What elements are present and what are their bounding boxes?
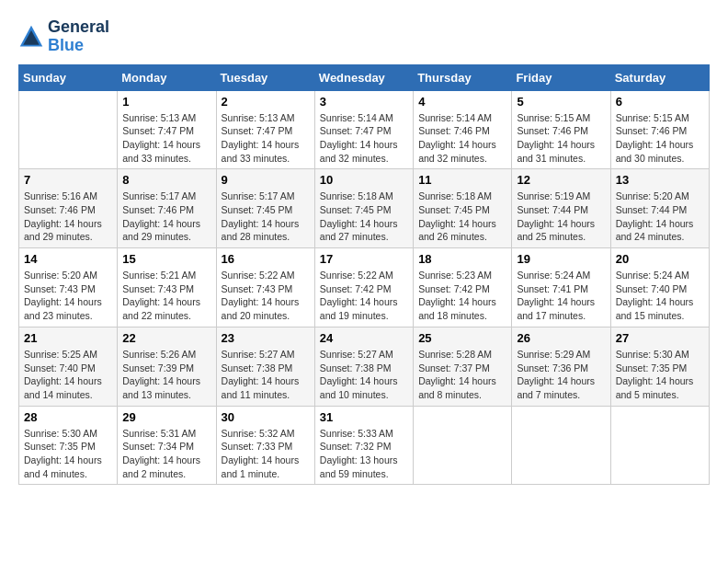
day-info: Sunrise: 5:33 AMSunset: 7:32 PMDaylight:… (320, 427, 408, 481)
calendar-cell: 16Sunrise: 5:22 AMSunset: 7:43 PMDayligh… (216, 248, 314, 327)
day-info: Sunrise: 5:19 AMSunset: 7:44 PMDaylight:… (517, 190, 605, 244)
day-info: Sunrise: 5:14 AMSunset: 7:47 PMDaylight:… (320, 111, 408, 166)
header-saturday: Saturday (610, 64, 709, 90)
day-number: 3 (320, 95, 408, 109)
day-info: Sunrise: 5:30 AMSunset: 7:35 PMDaylight:… (616, 348, 704, 402)
week-row-1: 1Sunrise: 5:13 AMSunset: 7:47 PMDaylight… (19, 90, 710, 169)
day-info: Sunrise: 5:28 AMSunset: 7:37 PMDaylight:… (418, 348, 506, 402)
day-number: 8 (122, 173, 210, 187)
day-info: Sunrise: 5:14 AMSunset: 7:46 PMDaylight:… (418, 111, 506, 166)
day-info: Sunrise: 5:27 AMSunset: 7:38 PMDaylight:… (320, 348, 408, 402)
calendar-cell: 2Sunrise: 5:13 AMSunset: 7:47 PMDaylight… (216, 90, 314, 169)
day-info: Sunrise: 5:15 AMSunset: 7:46 PMDaylight:… (517, 111, 605, 166)
day-info: Sunrise: 5:30 AMSunset: 7:35 PMDaylight:… (24, 427, 112, 481)
day-number: 6 (616, 95, 704, 109)
calendar-cell: 10Sunrise: 5:18 AMSunset: 7:45 PMDayligh… (314, 169, 413, 248)
calendar-cell: 31Sunrise: 5:33 AMSunset: 7:32 PMDayligh… (314, 406, 413, 485)
calendar-cell: 4Sunrise: 5:14 AMSunset: 7:46 PMDaylight… (414, 90, 512, 169)
calendar-cell: 5Sunrise: 5:15 AMSunset: 7:46 PMDaylight… (512, 90, 610, 169)
week-row-5: 28Sunrise: 5:30 AMSunset: 7:35 PMDayligh… (19, 406, 710, 485)
calendar-cell: 19Sunrise: 5:24 AMSunset: 7:41 PMDayligh… (512, 248, 610, 327)
header-row: SundayMondayTuesdayWednesdayThursdayFrid… (19, 64, 710, 90)
calendar-cell: 28Sunrise: 5:30 AMSunset: 7:35 PMDayligh… (19, 406, 118, 485)
day-info: Sunrise: 5:24 AMSunset: 7:41 PMDaylight:… (517, 269, 605, 323)
day-info: Sunrise: 5:20 AMSunset: 7:43 PMDaylight:… (24, 269, 112, 323)
header-friday: Friday (512, 64, 610, 90)
day-info: Sunrise: 5:13 AMSunset: 7:47 PMDaylight:… (222, 111, 310, 166)
calendar-cell: 25Sunrise: 5:28 AMSunset: 7:37 PMDayligh… (414, 327, 512, 406)
header-thursday: Thursday (414, 64, 512, 90)
day-info: Sunrise: 5:22 AMSunset: 7:43 PMDaylight:… (222, 269, 310, 323)
day-number: 1 (122, 95, 210, 109)
day-info: Sunrise: 5:20 AMSunset: 7:44 PMDaylight:… (616, 190, 704, 244)
day-number: 13 (616, 173, 704, 187)
header-tuesday: Tuesday (216, 64, 314, 90)
calendar-cell: 1Sunrise: 5:13 AMSunset: 7:47 PMDaylight… (118, 90, 216, 169)
calendar-table: SundayMondayTuesdayWednesdayThursdayFrid… (18, 64, 710, 486)
calendar-cell (19, 90, 118, 169)
day-info: Sunrise: 5:26 AMSunset: 7:39 PMDaylight:… (122, 348, 210, 402)
logo: General Blue (18, 18, 109, 55)
calendar-cell (610, 406, 709, 485)
day-info: Sunrise: 5:29 AMSunset: 7:36 PMDaylight:… (517, 348, 605, 402)
day-number: 10 (320, 173, 408, 187)
day-number: 31 (320, 410, 408, 424)
day-number: 30 (222, 410, 310, 424)
day-number: 17 (320, 252, 408, 266)
week-row-4: 21Sunrise: 5:25 AMSunset: 7:40 PMDayligh… (19, 327, 710, 406)
day-number: 16 (222, 252, 310, 266)
day-number: 14 (24, 252, 112, 266)
day-info: Sunrise: 5:23 AMSunset: 7:42 PMDaylight:… (418, 269, 506, 323)
calendar-cell: 23Sunrise: 5:27 AMSunset: 7:38 PMDayligh… (216, 327, 314, 406)
day-info: Sunrise: 5:21 AMSunset: 7:43 PMDaylight:… (122, 269, 210, 323)
day-info: Sunrise: 5:25 AMSunset: 7:40 PMDaylight:… (24, 348, 112, 402)
calendar-cell: 22Sunrise: 5:26 AMSunset: 7:39 PMDayligh… (118, 327, 216, 406)
day-number: 20 (616, 252, 704, 266)
calendar-cell: 27Sunrise: 5:30 AMSunset: 7:35 PMDayligh… (610, 327, 709, 406)
day-number: 23 (222, 331, 310, 345)
week-row-2: 7Sunrise: 5:16 AMSunset: 7:46 PMDaylight… (19, 169, 710, 248)
calendar-cell: 3Sunrise: 5:14 AMSunset: 7:47 PMDaylight… (314, 90, 413, 169)
calendar-cell: 24Sunrise: 5:27 AMSunset: 7:38 PMDayligh… (314, 327, 413, 406)
day-number: 22 (122, 331, 210, 345)
header-sunday: Sunday (19, 64, 118, 90)
day-info: Sunrise: 5:24 AMSunset: 7:40 PMDaylight:… (616, 269, 704, 323)
day-number: 7 (24, 173, 112, 187)
day-number: 24 (320, 331, 408, 345)
calendar-header: SundayMondayTuesdayWednesdayThursdayFrid… (19, 64, 710, 90)
calendar-cell: 17Sunrise: 5:22 AMSunset: 7:42 PMDayligh… (314, 248, 413, 327)
day-number: 4 (418, 95, 506, 109)
calendar-cell: 18Sunrise: 5:23 AMSunset: 7:42 PMDayligh… (414, 248, 512, 327)
day-number: 9 (222, 173, 310, 187)
calendar-cell: 21Sunrise: 5:25 AMSunset: 7:40 PMDayligh… (19, 327, 118, 406)
calendar-cell: 9Sunrise: 5:17 AMSunset: 7:45 PMDaylight… (216, 169, 314, 248)
day-info: Sunrise: 5:16 AMSunset: 7:46 PMDaylight:… (24, 190, 112, 244)
day-number: 11 (418, 173, 506, 187)
day-info: Sunrise: 5:31 AMSunset: 7:34 PMDaylight:… (122, 427, 210, 481)
day-info: Sunrise: 5:18 AMSunset: 7:45 PMDaylight:… (418, 190, 506, 244)
day-number: 2 (222, 95, 310, 109)
week-row-3: 14Sunrise: 5:20 AMSunset: 7:43 PMDayligh… (19, 248, 710, 327)
day-info: Sunrise: 5:27 AMSunset: 7:38 PMDaylight:… (222, 348, 310, 402)
calendar-cell: 29Sunrise: 5:31 AMSunset: 7:34 PMDayligh… (118, 406, 216, 485)
calendar-cell: 30Sunrise: 5:32 AMSunset: 7:33 PMDayligh… (216, 406, 314, 485)
calendar-cell: 14Sunrise: 5:20 AMSunset: 7:43 PMDayligh… (19, 248, 118, 327)
calendar-cell: 13Sunrise: 5:20 AMSunset: 7:44 PMDayligh… (610, 169, 709, 248)
day-info: Sunrise: 5:17 AMSunset: 7:45 PMDaylight:… (222, 190, 310, 244)
day-number: 27 (616, 331, 704, 345)
header-wednesday: Wednesday (314, 64, 413, 90)
day-info: Sunrise: 5:13 AMSunset: 7:47 PMDaylight:… (122, 111, 210, 166)
calendar-cell: 15Sunrise: 5:21 AMSunset: 7:43 PMDayligh… (118, 248, 216, 327)
day-number: 5 (517, 95, 605, 109)
calendar-body: 1Sunrise: 5:13 AMSunset: 7:47 PMDaylight… (19, 90, 710, 485)
header-monday: Monday (118, 64, 216, 90)
day-number: 15 (122, 252, 210, 266)
calendar-cell: 7Sunrise: 5:16 AMSunset: 7:46 PMDaylight… (19, 169, 118, 248)
logo-icon (18, 24, 44, 50)
calendar-cell: 12Sunrise: 5:19 AMSunset: 7:44 PMDayligh… (512, 169, 610, 248)
page-header: General Blue (18, 18, 710, 55)
calendar-cell: 6Sunrise: 5:15 AMSunset: 7:46 PMDaylight… (610, 90, 709, 169)
logo-text: General Blue (48, 18, 109, 55)
day-info: Sunrise: 5:32 AMSunset: 7:33 PMDaylight:… (222, 427, 310, 481)
day-info: Sunrise: 5:17 AMSunset: 7:46 PMDaylight:… (122, 190, 210, 244)
